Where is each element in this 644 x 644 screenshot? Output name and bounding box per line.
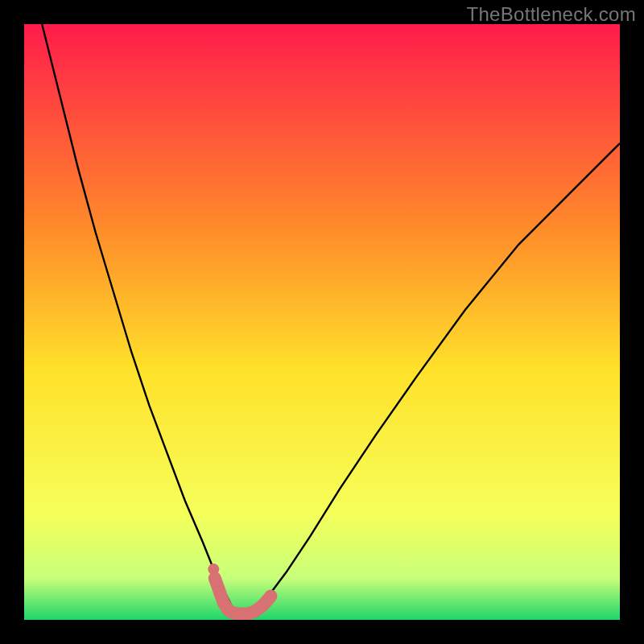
gradient-background (24, 24, 620, 620)
plot-svg (24, 24, 620, 620)
watermark-text: TheBottleneck.com (466, 3, 636, 26)
chart-frame: TheBottleneck.com (0, 0, 644, 644)
plot-area (24, 24, 620, 620)
highlight-lead-dot (208, 564, 219, 575)
